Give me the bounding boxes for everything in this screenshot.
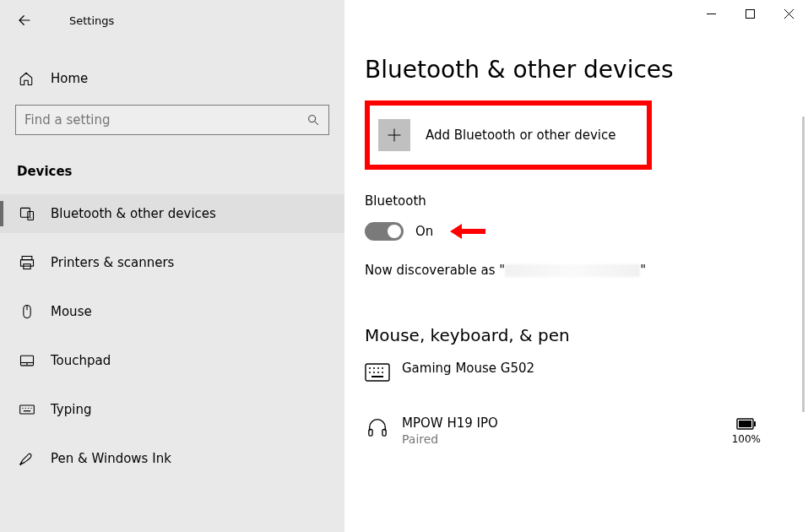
back-button[interactable] [17, 13, 41, 28]
annotation-highlight-box: Add Bluetooth or other device [365, 100, 652, 170]
device-item[interactable]: Gaming Mouse G502 [365, 361, 808, 382]
svg-rect-38 [382, 430, 386, 437]
nav-item-label: Bluetooth & other devices [51, 206, 216, 221]
keyboard-icon [365, 363, 390, 382]
svg-point-17 [30, 408, 31, 409]
svg-point-34 [377, 372, 379, 373]
svg-point-31 [382, 367, 383, 369]
minimize-icon [707, 9, 716, 19]
search-input[interactable] [24, 112, 276, 128]
svg-point-0 [309, 116, 316, 122]
headphones-icon [365, 418, 390, 437]
svg-point-28 [369, 367, 371, 369]
svg-point-32 [369, 372, 371, 373]
arrow-left-red-icon [448, 220, 487, 242]
mouse-icon [19, 303, 35, 320]
keyboard-icon [19, 401, 35, 418]
touchpad-icon [19, 352, 35, 369]
svg-rect-5 [22, 257, 32, 260]
svg-marker-26 [450, 224, 462, 239]
nav-item-pen[interactable]: Pen & Windows Ink [0, 439, 344, 478]
svg-point-30 [377, 367, 379, 369]
svg-rect-20 [746, 9, 754, 18]
nav-item-typing[interactable]: Typing [0, 390, 344, 429]
printer-icon [19, 254, 35, 271]
nav-home[interactable]: Home [0, 59, 344, 98]
device-name: Gaming Mouse G502 [402, 361, 534, 376]
minimize-button[interactable] [691, 0, 730, 27]
svg-point-29 [373, 367, 375, 369]
nav-home-label: Home [51, 71, 88, 86]
nav-item-label: Touchpad [51, 353, 111, 368]
scrollbar[interactable] [802, 117, 805, 412]
discoverable-prefix: Now discoverable as " [365, 263, 505, 278]
svg-line-1 [315, 122, 318, 125]
svg-point-33 [373, 372, 375, 373]
svg-rect-37 [369, 430, 372, 437]
arrow-left-icon [17, 13, 32, 28]
svg-rect-6 [21, 260, 34, 267]
nav-item-printers[interactable]: Printers & scanners [0, 243, 344, 282]
bluetooth-toggle[interactable] [365, 222, 404, 241]
nav-item-bluetooth[interactable]: Bluetooth & other devices [0, 194, 344, 233]
nav-item-touchpad[interactable]: Touchpad [0, 341, 344, 380]
devices-icon [19, 205, 35, 222]
annotation-arrow [448, 220, 487, 242]
discoverable-suffix: " [640, 263, 646, 278]
svg-point-4 [30, 217, 31, 218]
device-name: MPOW H19 IPO [402, 415, 498, 431]
pen-icon [19, 450, 35, 467]
nav-item-label: Printers & scanners [51, 255, 174, 270]
plus-icon [386, 127, 403, 144]
add-device-button[interactable]: Add Bluetooth or other device [378, 119, 616, 151]
svg-rect-41 [754, 421, 756, 426]
nav-item-label: Mouse [51, 304, 92, 319]
category-heading: Devices [0, 144, 344, 194]
nav-item-label: Typing [51, 402, 91, 417]
nav-item-mouse[interactable]: Mouse [0, 292, 344, 331]
battery-icon [736, 418, 756, 430]
nav-item-label: Pen & Windows Ink [51, 451, 171, 466]
discoverable-name-redacted [505, 264, 640, 277]
device-item[interactable]: MPOW H19 IPO Paired 100% [365, 415, 808, 446]
device-status: Paired [402, 432, 498, 446]
close-icon [784, 9, 794, 19]
home-icon [19, 71, 34, 86]
add-device-label: Add Bluetooth or other device [426, 128, 616, 143]
bluetooth-section-label: Bluetooth [365, 193, 808, 209]
search-icon [306, 113, 320, 127]
toggle-state-label: On [415, 224, 433, 239]
svg-rect-40 [739, 421, 751, 427]
search-input-wrapper[interactable] [15, 105, 329, 135]
svg-point-16 [28, 408, 29, 409]
svg-point-15 [25, 408, 26, 409]
maximize-icon [746, 9, 755, 19]
svg-point-35 [382, 372, 383, 373]
svg-rect-13 [20, 405, 35, 414]
maximize-button[interactable] [730, 0, 769, 27]
svg-point-14 [22, 408, 23, 409]
app-title: Settings [69, 14, 114, 27]
section-heading-mouse: Mouse, keyboard, & pen [365, 325, 808, 345]
discoverable-text: Now discoverable as "" [365, 263, 808, 278]
close-button[interactable] [769, 0, 808, 27]
device-battery: 100% [732, 415, 761, 445]
svg-rect-3 [28, 212, 34, 220]
battery-percent: 100% [732, 433, 761, 445]
plus-tile [378, 119, 410, 151]
svg-rect-2 [21, 208, 30, 217]
